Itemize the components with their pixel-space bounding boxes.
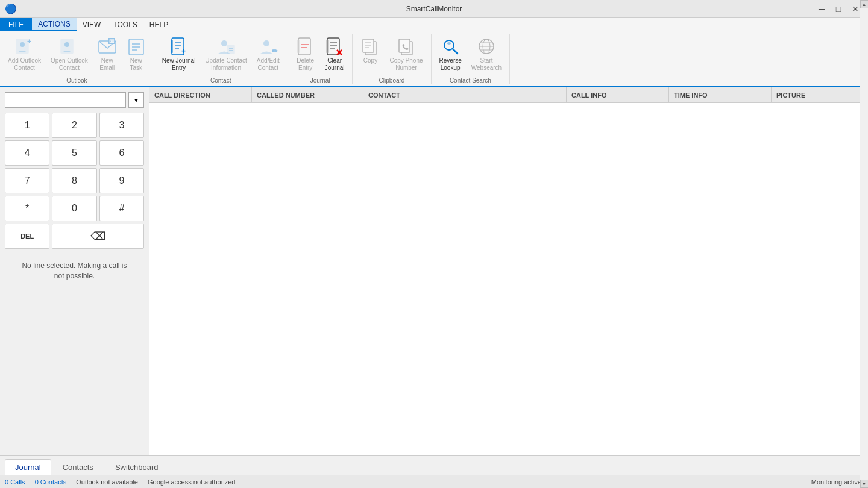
delete-entry-label: Delete Entry xyxy=(297,57,314,72)
ribbon-group-contact: + New Journal Entry Update Contact Infor… xyxy=(154,34,288,84)
tab-contacts[interactable]: Contacts xyxy=(52,459,104,475)
delete-entry-button[interactable]: Delete Entry xyxy=(292,34,319,75)
status-left: 0 Calls 0 Contacts Outlook not available… xyxy=(5,478,236,486)
dial-key-1[interactable]: 1 xyxy=(5,113,49,138)
col-header-time-info: TIME INFO xyxy=(669,87,772,102)
svg-rect-29 xyxy=(326,40,329,53)
dial-backspace-button[interactable]: ⌫ xyxy=(52,224,144,249)
title-bar: 🔵 SmartCallMonitor ─ □ ✕ xyxy=(0,0,868,18)
new-journal-entry-icon: + xyxy=(169,37,189,56)
svg-point-1 xyxy=(20,42,25,47)
phone-input-row: ▼ xyxy=(5,92,144,108)
phone-input[interactable] xyxy=(5,92,126,108)
call-table-body xyxy=(149,103,868,455)
dial-key-9[interactable]: 9 xyxy=(99,168,144,193)
svg-text:+: + xyxy=(27,37,31,46)
copy-phone-number-button[interactable]: 📞 Copy Phone Number xyxy=(385,34,427,75)
menu-file[interactable]: FILE xyxy=(0,18,32,31)
no-line-message: No line selected. Making a call is not p… xyxy=(5,255,144,287)
title-bar-left: 🔵 xyxy=(5,3,17,14)
new-email-button[interactable]: ✉ New Email xyxy=(93,34,121,75)
delete-entry-icon xyxy=(296,37,315,56)
start-websearch-button[interactable]: Start Websearch xyxy=(467,34,506,75)
menu-help[interactable]: HELP xyxy=(143,18,174,31)
reverse-lookup-label: Reverse Lookup xyxy=(439,57,462,72)
left-panel: ▼ 1 2 3 4 5 6 7 8 9 * 0 # DEL ⌫ No line … xyxy=(0,87,149,455)
dial-key-3[interactable]: 3 xyxy=(99,113,144,138)
dial-key-hash[interactable]: # xyxy=(99,196,144,221)
dial-key-star[interactable]: * xyxy=(5,196,49,221)
update-contact-info-label: Update Contact Information xyxy=(205,57,247,72)
clear-journal-button[interactable]: Clear Journal xyxy=(321,34,349,75)
svg-line-44 xyxy=(453,49,458,54)
ribbon-group-outlook: + Add Outlook Contact Open Outlook Conta… xyxy=(0,34,154,84)
phone-dropdown[interactable]: ▼ xyxy=(128,92,144,108)
dial-key-4[interactable]: 4 xyxy=(5,140,49,166)
table-scrollbar[interactable]: ▲ ▼ xyxy=(860,87,868,455)
add-edit-contact-button[interactable]: ✏ Add/Edit Contact xyxy=(253,34,284,75)
add-outlook-contact-button[interactable]: + Add Outlook Contact xyxy=(4,34,45,75)
menu-bar: FILE ACTIONS VIEW TOOLS HELP xyxy=(0,18,868,31)
start-websearch-label: Start Websearch xyxy=(471,57,502,72)
menu-view[interactable]: VIEW xyxy=(77,18,107,31)
new-task-button[interactable]: New Task xyxy=(122,34,150,75)
dial-key-6[interactable]: 6 xyxy=(99,140,144,166)
ribbon-group-contact-label: Contact xyxy=(158,76,284,84)
ribbon-group-outlook-label: Outlook xyxy=(4,76,150,84)
bottom-tabs: Journal Contacts Switchboard xyxy=(0,455,868,475)
status-outlook: Outlook not available xyxy=(76,478,138,486)
menu-actions[interactable]: ACTIONS xyxy=(32,18,76,31)
new-journal-entry-label: New Journal Entry xyxy=(162,57,196,72)
copy-label: Copy xyxy=(363,57,377,64)
add-edit-contact-label: Add/Edit Contact xyxy=(257,57,280,72)
copy-phone-number-label: Copy Phone Number xyxy=(389,57,423,72)
ribbon-group-journal: Delete Entry Clear Journal Journal xyxy=(288,34,353,84)
tab-switchboard[interactable]: Switchboard xyxy=(105,459,169,475)
dial-key-0[interactable]: 0 xyxy=(52,196,96,221)
ribbon-group-contact-search: Reverse Lookup Start Websearch Contact S… xyxy=(432,34,511,84)
new-journal-entry-button[interactable]: + New Journal Entry xyxy=(158,34,200,75)
ribbon-search-buttons: Reverse Lookup Start Websearch xyxy=(435,34,506,76)
status-bar: 0 Calls 0 Contacts Outlook not available… xyxy=(0,475,868,488)
ribbon-outlook-buttons: + Add Outlook Contact Open Outlook Conta… xyxy=(4,34,150,76)
status-monitoring: Monitoring active. xyxy=(811,478,863,486)
svg-rect-25 xyxy=(297,40,300,53)
dial-key-8[interactable]: 8 xyxy=(52,168,96,193)
add-edit-contact-icon: ✏ xyxy=(259,37,278,56)
minimize-button[interactable]: ─ xyxy=(814,2,829,16)
svg-point-18 xyxy=(221,40,227,46)
dial-key-7[interactable]: 7 xyxy=(5,168,49,193)
dial-del-button[interactable]: DEL xyxy=(5,224,49,249)
call-table-header: CALL DIRECTION CALLED NUMBER CONTACT CAL… xyxy=(149,87,868,103)
title-bar-controls: ─ □ ✕ xyxy=(814,2,863,16)
copy-button[interactable]: Copy xyxy=(356,34,384,75)
ribbon-clipboard-buttons: Copy 📞 Copy Phone Number xyxy=(356,34,427,76)
tab-journal[interactable]: Journal xyxy=(5,459,51,475)
reverse-lookup-icon xyxy=(441,37,460,56)
menu-tools[interactable]: TOOLS xyxy=(107,18,143,31)
svg-rect-13 xyxy=(171,40,173,53)
copy-icon xyxy=(360,37,380,56)
status-contacts[interactable]: 0 Contacts xyxy=(35,478,67,486)
splitter[interactable] xyxy=(145,87,149,455)
dial-pad: 1 2 3 4 5 6 7 8 9 * 0 # DEL ⌫ xyxy=(5,113,144,249)
svg-text:✉: ✉ xyxy=(109,38,115,45)
status-google: Google access not authorized xyxy=(148,478,236,486)
svg-point-22 xyxy=(263,40,269,46)
new-task-label: New Task xyxy=(130,57,142,72)
dial-key-2[interactable]: 2 xyxy=(52,113,96,138)
dial-key-5[interactable]: 5 xyxy=(52,140,96,166)
reverse-lookup-button[interactable]: Reverse Lookup xyxy=(435,34,466,75)
svg-text:✏: ✏ xyxy=(272,47,278,55)
right-panel: CALL DIRECTION CALLED NUMBER CONTACT CAL… xyxy=(149,87,868,455)
app-title: SmartCallMonitor xyxy=(406,5,462,13)
add-outlook-contact-label: Add Outlook Contact xyxy=(8,57,41,72)
ribbon-contact-buttons: + New Journal Entry Update Contact Infor… xyxy=(158,34,284,76)
svg-text:+: + xyxy=(181,47,186,55)
status-calls[interactable]: 0 Calls xyxy=(5,478,25,486)
maximize-button[interactable]: □ xyxy=(831,2,846,16)
open-outlook-contact-button[interactable]: Open Outlook Contact xyxy=(46,34,92,75)
col-header-picture: PICTURE xyxy=(772,87,868,102)
update-contact-info-button[interactable]: Update Contact Information xyxy=(201,34,251,75)
svg-rect-28 xyxy=(327,38,339,55)
